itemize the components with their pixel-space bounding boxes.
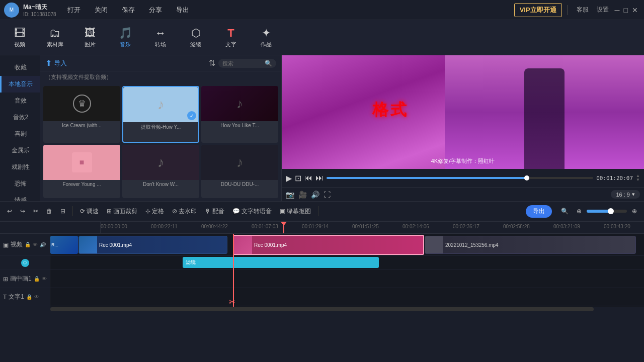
split-button[interactable]: ⊟ [57, 206, 68, 216]
media-thumb-how-you-like: ♪ [201, 86, 278, 121]
media-card-ddu-du[interactable]: ♪ DDU-DU DDU-... [201, 145, 278, 198]
clip-video-2[interactable]: Rec 0001.mp4 [78, 236, 227, 254]
tool-filter[interactable]: ⬡ 滤镜 [178, 22, 213, 54]
ruler-playhead-triangle [281, 222, 287, 226]
track-pip-area [50, 270, 644, 288]
speech-button[interactable]: 💬 文字转语音 [229, 206, 275, 217]
sidebar-item-local-music[interactable]: 本地音乐 [0, 76, 40, 93]
menu-open[interactable]: 打开 [64, 4, 84, 17]
sidebar-item-collect[interactable]: 收藏 [0, 59, 40, 76]
sidebar-item-drama[interactable]: 戏剧性 [0, 159, 40, 175]
timeline-scrollbar[interactable] [0, 307, 644, 312]
media-card-dont-know[interactable]: ♪ Don't Know W... [122, 145, 199, 198]
search-icon[interactable]: 🔍 [265, 60, 272, 67]
maximize-button[interactable]: □ [624, 6, 628, 14]
media-card-forever-young-label: Forever Young ... [43, 180, 120, 189]
track-filter-label: ⬡ [0, 256, 50, 269]
media-card-extract[interactable]: ♪ ✓ 提取音频-How Y... [122, 86, 199, 143]
stabilize-button[interactable]: ⊹ 定格 [142, 206, 167, 217]
clip-video-4[interactable]: 20221012_153256.mp4 [425, 236, 636, 254]
zoom-out-button[interactable]: 🔍 [558, 206, 572, 216]
delete-button[interactable]: 🗑 [43, 206, 55, 216]
sidebar-item-comedy[interactable]: 喜剧 [0, 126, 40, 142]
prev-frame-button[interactable]: ⏮ [304, 173, 312, 183]
adjust-icon: ⟳ [80, 208, 85, 215]
sidebar-item-emotion[interactable]: 情感 [0, 192, 40, 201]
clip-video-3[interactable]: Rec 0001.mp4 [233, 235, 424, 255]
sidebar-item-metal[interactable]: 金属乐 [0, 142, 40, 159]
ruler-mark-2: 00:00:44:22 [201, 224, 228, 229]
action-toolbar: ↩ ↪ ✂ 🗑 ⊟ ⟳ 调速 ⊞ 画面裁剪 ⊹ 定格 ⊘ 去水印 🎙 配音 💬 … [0, 201, 644, 221]
fullscreen-button[interactable]: ⛶ [324, 191, 331, 199]
sidebar-item-sfx[interactable]: 音效 [0, 93, 40, 109]
userid: ID: 101381078 [23, 12, 56, 17]
zoom-slider[interactable] [587, 210, 627, 213]
remove-watermark-button[interactable]: ⊘ 去水印 [169, 206, 200, 217]
cut-button[interactable]: ✂ [30, 206, 41, 216]
time-stepper[interactable]: ▲▼ [636, 174, 640, 182]
vol-icon-video[interactable]: 🔊 [40, 242, 46, 247]
timeline-ruler: 00:00:00:00 00:00:22:11 00:00:44:22 00:0… [0, 222, 644, 234]
stabilize-label: 定格 [152, 207, 164, 216]
aspect-ratio-selector[interactable]: 16 : 9 ▾ [611, 190, 640, 199]
lock-icon-video[interactable]: 🔒 [25, 242, 31, 247]
eye-icon-text[interactable]: 👁 [34, 294, 39, 300]
undo-button[interactable]: ↩ [4, 206, 15, 216]
zoom-reset-button[interactable]: ⊕ [629, 206, 640, 216]
settings-link[interactable]: 设置 [597, 6, 609, 14]
scroll-thumb[interactable] [50, 307, 594, 311]
middle-row: 收藏 本地音乐 音效 音效2 喜剧 金属乐 戏剧性 恐怖 情感 正能量 ⬆ 导入… [0, 55, 644, 201]
tool-image[interactable]: 🖼 图片 [72, 22, 108, 54]
tool-effects[interactable]: ✦ 作品 [249, 22, 284, 54]
ruler-mark-0: 00:00:00:00 [101, 224, 127, 229]
subtitle-button[interactable]: ▣ 绿幕抠图 [277, 206, 314, 217]
media-card-ice-cream[interactable]: ♛ Ice Cream (with... [43, 86, 120, 143]
screenshot-button[interactable]: 📷 [286, 191, 294, 199]
undo-icon: ↩ [7, 208, 12, 215]
mix-button[interactable]: 🎙 配音 [202, 206, 227, 217]
adjust-button[interactable]: ⟳ 调速 [77, 206, 102, 217]
volume-button[interactable]: 🔊 [311, 191, 319, 199]
fullscreen-small-button[interactable]: ⊡ [295, 173, 301, 183]
eye-icon-pip[interactable]: 👁 [42, 276, 47, 282]
clip-video-1[interactable]: R... [50, 236, 78, 254]
tool-image-label: 图片 [85, 41, 96, 48]
lock-icon-pip[interactable]: 🔒 [34, 276, 40, 282]
service-link[interactable]: 客服 [577, 6, 589, 14]
sidebar-item-horror[interactable]: 恐怖 [0, 175, 40, 192]
play-button[interactable]: ▶ [286, 173, 292, 183]
vip-button[interactable]: VIP立即开通 [514, 3, 562, 17]
export-button[interactable]: 导出 [526, 205, 552, 218]
tool-material[interactable]: 🗂 素材库 [37, 22, 72, 54]
media-panel: ⬆ 导入 ⇅ 🔍 （支持视频文件提取音频） ♛ [40, 55, 282, 201]
eye-icon-video[interactable]: 👁 [33, 242, 38, 247]
progress-knob[interactable] [524, 175, 529, 180]
tool-transition[interactable]: ↔ 转场 [143, 22, 178, 54]
import-button[interactable]: ⬆ 导入 [45, 58, 67, 68]
menu-close[interactable]: 关闭 [92, 4, 111, 17]
sort-icon[interactable]: ⇅ [209, 58, 215, 68]
tool-text[interactable]: T 文字 [213, 22, 249, 54]
tool-music-label: 音乐 [120, 41, 131, 48]
sidebar-item-sfx2[interactable]: 音效2 [0, 109, 40, 126]
tool-video[interactable]: 🎞 视频 [2, 22, 37, 54]
tool-music[interactable]: 🎵 音乐 [108, 22, 143, 54]
media-card-extract-label: 提取音频-How Y... [123, 122, 198, 132]
search-input[interactable] [222, 60, 263, 66]
zoom-in-button[interactable]: ⊕ [574, 206, 585, 216]
redo-button[interactable]: ↪ [17, 206, 28, 216]
clip-filter[interactable]: 滤镜 [183, 257, 379, 268]
camera-button[interactable]: 🎥 [298, 191, 307, 199]
next-frame-button[interactable]: ⏭ [315, 173, 324, 183]
progress-bar[interactable] [327, 177, 593, 179]
menu-share[interactable]: 分享 [146, 4, 165, 17]
crop-button[interactable]: ⊞ 画面裁剪 [104, 206, 140, 217]
menu-save[interactable]: 保存 [119, 4, 138, 17]
lock-icon-text[interactable]: 🔒 [26, 294, 32, 300]
menu-export[interactable]: 导出 [173, 4, 192, 17]
close-button[interactable]: ✕ [632, 6, 638, 14]
media-card-forever-young[interactable]: ■ Forever Young ... [43, 145, 120, 198]
media-card-how-you-like[interactable]: ♪ How You Like T... [201, 86, 278, 143]
minimize-button[interactable]: ─ [615, 6, 620, 14]
split-icon: ⊟ [60, 208, 65, 215]
